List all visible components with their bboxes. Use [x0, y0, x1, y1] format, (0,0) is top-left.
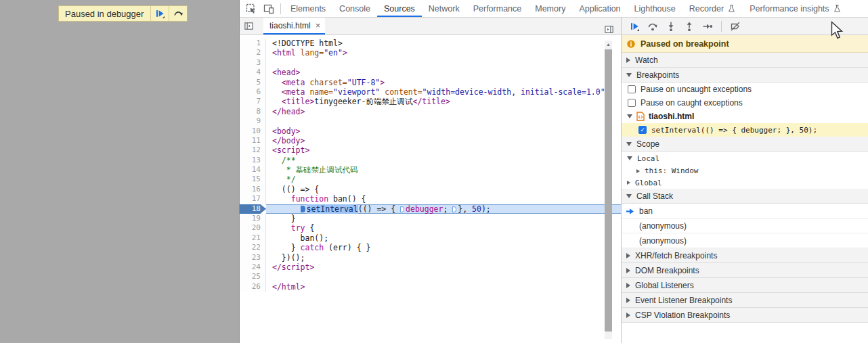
line-number[interactable]: 18: [240, 204, 266, 214]
tab-sources[interactable]: Sources: [377, 0, 422, 17]
section-csp-violation-breakpoints[interactable]: CSP Violation Breakpoints: [622, 308, 868, 323]
checkbox[interactable]: [628, 99, 636, 107]
section-label: DOM Breakpoints: [635, 266, 699, 275]
line-number[interactable]: 26: [240, 282, 266, 292]
close-icon[interactable]: ×: [316, 21, 321, 30]
code-text: [266, 58, 621, 68]
section-event-listener-breakpoints[interactable]: Event Listener Breakpoints: [622, 293, 868, 308]
line-number[interactable]: 5: [240, 78, 266, 87]
tab-label: Memory: [535, 4, 565, 14]
scrollbar-thumb[interactable]: [605, 49, 612, 331]
pause-exception-option[interactable]: Pause on caught exceptions: [622, 96, 868, 110]
code-line: 23 })();: [240, 253, 621, 262]
line-number[interactable]: 23: [240, 253, 266, 262]
tab-network[interactable]: Network: [422, 0, 466, 17]
section-watch[interactable]: Watch: [622, 53, 868, 68]
line-number[interactable]: 6: [240, 87, 266, 97]
line-number[interactable]: 3: [240, 58, 266, 68]
section-call-stack[interactable]: Call Stack: [622, 189, 868, 204]
line-number[interactable]: 13: [240, 156, 266, 165]
file-tab-tiaoshi[interactable]: tiaoshi.html ×: [263, 18, 325, 35]
line-number[interactable]: 15: [240, 175, 266, 184]
code-token: <head>: [272, 68, 301, 77]
chevron-right-icon: [627, 181, 630, 185]
code-token: <meta: [272, 78, 309, 87]
breakpoint-file-group[interactable]: tiaoshi.html: [622, 110, 868, 123]
line-number[interactable]: 2: [240, 48, 266, 58]
device-toolbar-icon[interactable]: [260, 0, 278, 17]
tab-performance-insights[interactable]: Performance insights: [743, 0, 848, 17]
breakpoint-options: Pause on uncaught exceptionsPause on cau…: [622, 83, 868, 110]
code-token: },: [458, 204, 472, 214]
section-scope[interactable]: Scope: [622, 137, 868, 152]
tab-lighthouse[interactable]: Lighthouse: [628, 0, 682, 17]
tab-elements[interactable]: Elements: [284, 0, 332, 17]
line-number[interactable]: 7: [240, 97, 266, 106]
line-number[interactable]: 16: [240, 185, 266, 194]
frame-label: (anonymous): [639, 236, 687, 246]
line-number[interactable]: 8: [240, 107, 266, 116]
line-number[interactable]: 1: [240, 39, 266, 48]
call-stack-frame[interactable]: (anonymous): [622, 233, 868, 248]
line-number[interactable]: 17: [240, 194, 266, 204]
section-call-stack-label: Call Stack: [636, 191, 673, 201]
call-stack-frame[interactable]: (anonymous): [622, 219, 868, 233]
tab-recorder[interactable]: Recorder: [682, 0, 743, 17]
inline-breakpoint-marker-icon[interactable]: [400, 206, 404, 212]
inline-breakpoint-marker-icon[interactable]: [301, 206, 305, 212]
tab-console[interactable]: Console: [332, 0, 377, 17]
code-line: 4<head>: [240, 68, 621, 77]
section-xhr-fetch-breakpoints[interactable]: XHR/fetch Breakpoints: [622, 248, 868, 263]
line-number[interactable]: 12: [240, 145, 266, 155]
inspect-icon[interactable]: [242, 0, 260, 17]
tab-label: Application: [579, 4, 620, 14]
section-breakpoints[interactable]: Breakpoints: [622, 68, 868, 83]
code-token: [272, 194, 291, 204]
pause-exception-option[interactable]: Pause on uncaught exceptions: [622, 83, 868, 96]
chevron-right-icon: [626, 268, 630, 273]
resume-button[interactable]: [150, 6, 169, 21]
tab-application[interactable]: Application: [572, 0, 627, 17]
checkbox[interactable]: [628, 85, 636, 93]
scope-global-row[interactable]: Global: [622, 177, 868, 189]
line-number[interactable]: 19: [240, 214, 266, 223]
step-over-icon[interactable]: [645, 18, 661, 35]
step-into-icon[interactable]: [663, 18, 679, 35]
code-token: /**: [272, 156, 296, 165]
line-number[interactable]: 4: [240, 68, 266, 77]
line-number[interactable]: 22: [240, 243, 266, 252]
chevron-down-icon: [626, 73, 632, 77]
resume-icon[interactable]: [626, 18, 643, 35]
code-line: 17 function ban() {: [240, 194, 621, 204]
line-number[interactable]: 14: [240, 165, 266, 175]
call-stack-frame[interactable]: ban: [622, 204, 868, 219]
breakpoint-entry[interactable]: ✓setInterval(() => { debugger; }, 50);: [622, 123, 868, 137]
step-icon[interactable]: [699, 18, 716, 35]
step-over-button[interactable]: [169, 6, 187, 21]
deactivate-breakpoints-icon[interactable]: [727, 18, 743, 35]
editor-scrollbar[interactable]: ▲: [605, 41, 612, 339]
line-number[interactable]: 10: [240, 127, 266, 136]
code-text: <meta charset="UTF-8">: [266, 78, 621, 87]
line-number[interactable]: 25: [240, 272, 266, 281]
tab-memory[interactable]: Memory: [528, 0, 572, 17]
line-number[interactable]: 11: [240, 136, 266, 145]
code-line: 22 } catch (err) { }: [240, 243, 621, 252]
show-navigator-icon[interactable]: [240, 18, 257, 35]
scope-this-row[interactable]: this: Window: [622, 165, 868, 177]
tab-performance[interactable]: Performance: [466, 0, 529, 17]
line-number[interactable]: 21: [240, 233, 266, 243]
section-dom-breakpoints[interactable]: DOM Breakpoints: [622, 263, 868, 278]
section-global-listeners[interactable]: Global Listeners: [622, 278, 868, 293]
breakpoint-checkbox[interactable]: ✓: [638, 126, 647, 134]
code-token: </head>: [272, 107, 305, 116]
scope-local-row[interactable]: Local: [622, 152, 868, 165]
step-out-icon[interactable]: [681, 18, 697, 35]
inline-breakpoint-marker-icon[interactable]: [452, 206, 456, 212]
code-token: "en": [324, 48, 343, 58]
devtools-second-row: tiaoshi.html ×: [240, 17, 868, 35]
line-number[interactable]: 9: [240, 116, 266, 126]
line-number[interactable]: 24: [240, 262, 266, 272]
line-number[interactable]: 20: [240, 223, 266, 233]
scroll-up-icon[interactable]: ▲: [605, 41, 612, 48]
